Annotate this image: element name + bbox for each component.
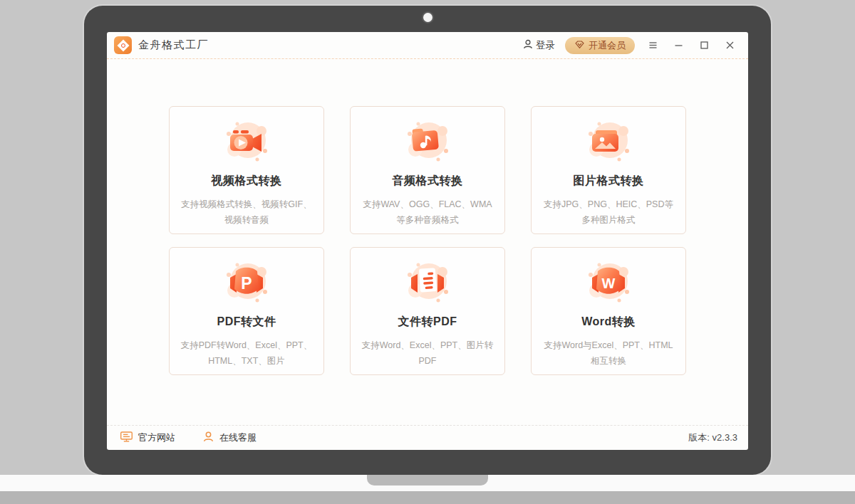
app-window: 金舟格式工厂 登录 开通会员 — [107, 32, 748, 450]
login-button[interactable]: 登录 — [522, 38, 555, 52]
webcam-dot — [423, 13, 432, 22]
vip-gem-icon — [574, 39, 585, 52]
audio-folder-icon — [400, 116, 455, 167]
image-photo-icon — [581, 116, 636, 167]
vip-membership-button[interactable]: 开通会员 — [565, 37, 635, 54]
app-logo-icon — [114, 36, 132, 54]
laptop-lid-notch — [367, 475, 488, 485]
svg-text:W: W — [602, 275, 616, 291]
svg-text:P: P — [241, 274, 252, 293]
maximize-button[interactable] — [696, 38, 712, 53]
title-bar: 金舟格式工厂 登录 开通会员 — [107, 32, 748, 59]
feature-card[interactable]: P PDF转文件 支持PDF转Word、Excel、PPT、HTML、TXT、图… — [169, 247, 324, 375]
pdf-letter-icon: P — [219, 257, 274, 308]
video-camera-icon — [219, 116, 274, 167]
minimize-button[interactable] — [670, 38, 686, 53]
user-icon — [522, 38, 534, 52]
footer: 官方网站 在线客服 版本: v2.3.3 — [107, 425, 748, 450]
feature-card[interactable]: 视频格式转换 支持视频格式转换、视频转GIF、视频转音频 — [169, 106, 324, 234]
feature-card[interactable]: W Word转换 支持Word与Excel、PPT、HTML相互转换 — [531, 247, 686, 375]
app-title: 金舟格式工厂 — [138, 38, 209, 52]
word-letter-icon: W — [581, 257, 636, 308]
person-icon — [202, 431, 214, 445]
document-lines-icon — [400, 257, 455, 308]
feature-card[interactable]: 图片格式转换 支持JPG、PNG、HEIC、PSD等多种图片格式 — [531, 106, 686, 234]
online-support-link[interactable]: 在线客服 — [202, 431, 256, 445]
feature-card[interactable]: 音频格式转换 支持WAV、OGG、FLAC、WMA等多种音频格式 — [350, 106, 505, 234]
close-button[interactable] — [722, 38, 737, 53]
feature-card[interactable]: 文件转PDF 支持Word、Excel、PPT、图片转PDF — [350, 247, 505, 375]
monitor-icon — [120, 431, 133, 445]
laptop-base-edge — [0, 491, 855, 504]
menu-icon[interactable] — [645, 38, 660, 53]
version-label: 版本: v2.3.3 — [688, 431, 737, 444]
official-website-link[interactable]: 官方网站 — [120, 431, 175, 445]
feature-card-grid: 视频格式转换 支持视频格式转换、视频转GIF、视频转音频 音频格式转换 支持WA… — [107, 59, 748, 425]
